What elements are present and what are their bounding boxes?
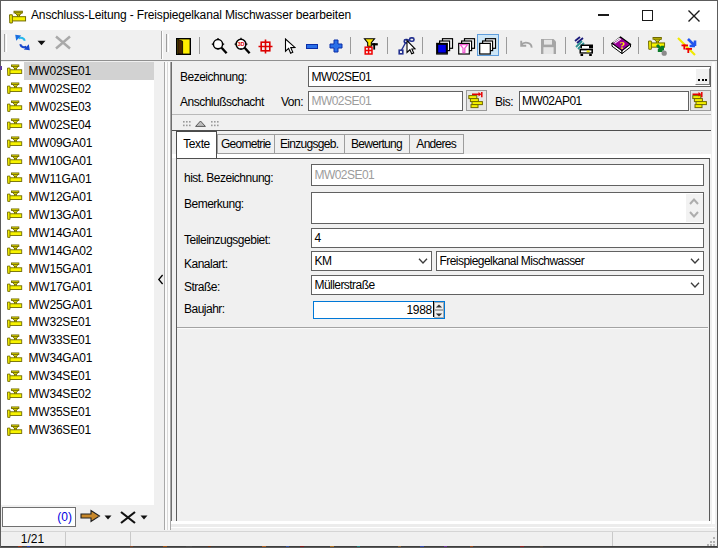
svg-text:3D: 3D [237, 41, 244, 47]
svg-text:?: ? [619, 39, 625, 51]
